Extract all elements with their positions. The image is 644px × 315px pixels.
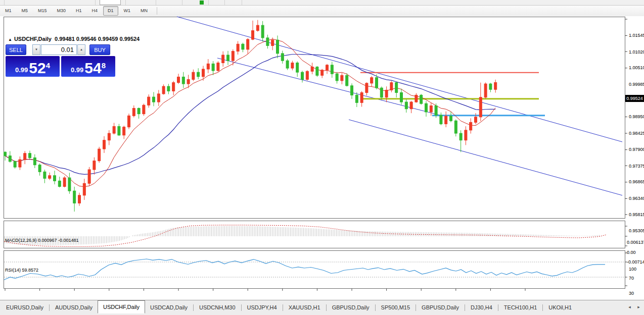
price-axis-label: 0.99985	[629, 82, 644, 87]
tab-separator	[542, 304, 543, 311]
macd-label: MACD(12,26,9) 0.000967 -0.001481	[5, 238, 79, 243]
rsi-axis-label: 100	[629, 267, 636, 272]
chart-tab-tech100-h1[interactable]: TECH100,H1	[499, 302, 542, 313]
tab-separator	[283, 304, 283, 311]
collapse-arrow-icon[interactable]: ▲	[8, 37, 12, 42]
buy-price-prefix: 0.99	[71, 66, 83, 75]
rsi-axis-label: 30	[629, 291, 634, 296]
price-axis-label: 1.01020	[629, 49, 644, 55]
price-axis-label: 0.96340	[629, 196, 644, 201]
price-axis-label: 1.00510	[629, 65, 644, 70]
sell-price-display[interactable]: 0.99 52 4	[6, 56, 60, 77]
macd-axis-label: 0.00	[627, 250, 636, 255]
chart-window[interactable]: ▲USDCHF,Daily 0.99481 0.99546 0.99459 0.…	[0, 16, 644, 300]
toolbar-separator	[95, 0, 96, 5]
price-axis-label: 1.01545	[629, 33, 644, 38]
sell-button[interactable]: SELL	[6, 44, 26, 55]
tab-separator	[465, 304, 465, 311]
rsi-label: RSI(14) 59.8572	[5, 268, 38, 273]
tab-separator	[375, 304, 376, 311]
buy-price-display[interactable]: 0.99 54 8	[61, 56, 115, 77]
chart-tab-gbpusd-daily[interactable]: GBPUSD,Daily	[417, 302, 464, 313]
chart-title: ▲USDCHF,Daily 0.99481 0.99546 0.99459 0.…	[8, 36, 140, 42]
price-axis-label: 0.97375	[629, 164, 644, 169]
toolbar-separator	[156, 0, 156, 5]
tab-separator	[498, 304, 498, 311]
chart-tabs: EURUSD,DailyAUDUSD,DailyUSDCHF,DailyUSDC…	[1, 301, 577, 313]
buy-price-pip: 8	[102, 61, 106, 70]
toolbar-dropdown-fragment	[100, 0, 121, 5]
top-toolbar-sliver	[0, 0, 644, 6]
current-price-badge: 0.99524	[625, 95, 644, 102]
chart-tab-usdjpy-h4[interactable]: USDJPY,H4	[242, 302, 282, 313]
tabs-scroll-left-icon[interactable]: ◂	[626, 303, 633, 311]
tab-separator	[49, 304, 50, 311]
ohlc-values: 0.99481 0.99546 0.99459 0.99524	[55, 36, 140, 42]
toolbar-separator	[208, 0, 209, 5]
chart-tab-usdchf-daily[interactable]: USDCHF,Daily	[98, 300, 145, 313]
chart-tab-ukoil-h1[interactable]: UKOil,H1	[543, 302, 577, 313]
toolbar-separator	[182, 0, 182, 5]
price-axis-label: 0.98425	[629, 131, 644, 136]
volume-input[interactable]	[41, 44, 77, 55]
macd-layer	[4, 225, 607, 247]
buy-price-big: 54	[84, 61, 101, 76]
chart-tab-bar: EURUSD,DailyAUDUSD,DailyUSDCHF,DailyUSDC…	[0, 300, 644, 315]
timeframe-button-m15[interactable]: M15	[33, 6, 52, 16]
toolbar-icon-fragment	[200, 1, 204, 5]
volume-decrease-button[interactable]: ▼	[32, 44, 40, 55]
toolbar-separator	[242, 0, 242, 5]
timeframe-button-w1[interactable]: W1	[119, 6, 135, 16]
toolbar-separator	[224, 0, 225, 5]
timeframe-button-m1[interactable]: M1	[1, 6, 16, 16]
chart-tab-usdcnh-m30[interactable]: USDCNH,M30	[194, 302, 241, 313]
timeframe-button-h1[interactable]: H1	[71, 6, 86, 16]
sell-price-prefix: 0.99	[15, 66, 28, 75]
timeframe-button-mn[interactable]: MN	[136, 6, 152, 16]
volume-increase-button[interactable]: ▲	[77, 44, 85, 55]
chart-tab-xauusd-h1[interactable]: XAUUSD,H1	[284, 302, 326, 313]
price-axis-label: 0.98950	[629, 114, 644, 119]
chart-tab-dj30-h4[interactable]: DJ30,H4	[466, 302, 497, 313]
timeframe-button-d1[interactable]: D1	[103, 6, 118, 16]
tab-separator	[193, 304, 194, 311]
price-axis-label: 0.95305	[629, 228, 644, 233]
mt4-window: M1M5M15M30H1H4D1W1MN ▲USDCHF,Daily 0.994…	[0, 0, 644, 315]
sell-price-pip: 4	[46, 61, 50, 70]
chart-tab-audusd-daily[interactable]: AUDUSD,Daily	[50, 302, 98, 313]
rsi-axis-label: 70	[629, 276, 634, 281]
macd-axis-label: 0.006137	[627, 240, 644, 245]
chart-tab-gbpusd-daily[interactable]: GBPUSD,Daily	[327, 302, 375, 313]
tabs-scroll-right-icon[interactable]: ▸	[635, 303, 642, 311]
timeframe-button-m30[interactable]: M30	[53, 6, 71, 16]
timeframe-button-h4[interactable]: H4	[87, 6, 103, 16]
timeframe-button-m5[interactable]: M5	[17, 6, 33, 16]
chart-tab-sp500-m15[interactable]: SP500,M15	[376, 302, 415, 313]
tab-separator	[326, 304, 327, 311]
tab-separator	[416, 304, 416, 311]
trendlines-layer	[177, 17, 622, 195]
tab-separator	[241, 304, 242, 311]
timeframe-toolbar: M1M5M15M30H1H4D1W1MN	[0, 6, 644, 17]
symbol-period-label: USDCHF,Daily	[14, 36, 52, 42]
toolbar-separator	[4, 0, 5, 5]
chart-tab-eurusd-daily[interactable]: EURUSD,Daily	[1, 302, 49, 313]
toolbar-separator	[125, 0, 126, 5]
toolbar-separator	[157, 7, 157, 15]
macd-axis-label: -0.007142	[627, 259, 644, 265]
buy-button[interactable]: BUY	[89, 44, 110, 55]
price-axis-label: 0.95815	[629, 212, 644, 217]
chart-tab-usdcad-daily[interactable]: USDCAD,Daily	[145, 302, 193, 313]
sell-price-big: 52	[29, 61, 45, 76]
price-axis-label: 0.97900	[629, 147, 644, 152]
price-axis-label: 0.96865	[629, 179, 644, 184]
rsi-layer	[4, 259, 624, 280]
